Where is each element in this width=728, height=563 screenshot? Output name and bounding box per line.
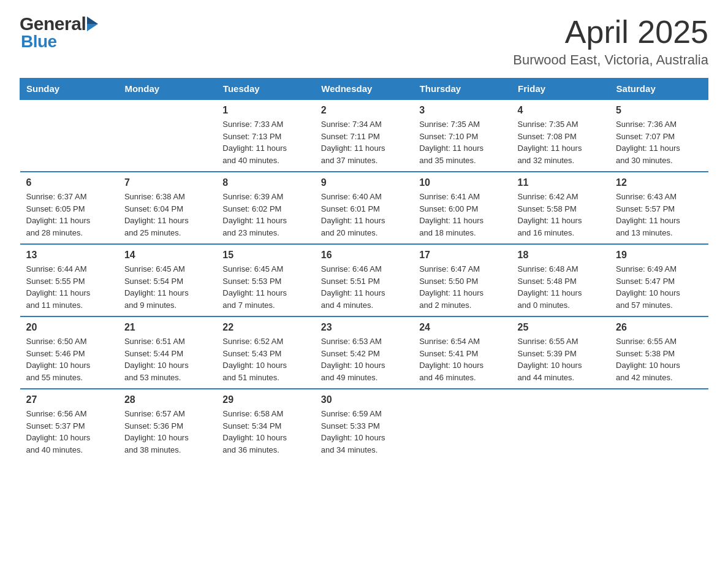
page-title: April 2025 <box>513 15 708 50</box>
table-row <box>118 99 216 172</box>
page-header: General Blue April 2025 Burwood East, Vi… <box>20 15 708 68</box>
day-number: 29 <box>222 394 308 405</box>
logo: General Blue <box>20 15 98 50</box>
day-number: 16 <box>321 250 407 261</box>
day-number: 30 <box>321 394 407 405</box>
calendar-week-row: 20Sunrise: 6:50 AMSunset: 5:46 PMDayligh… <box>20 316 708 389</box>
table-row: 20Sunrise: 6:50 AMSunset: 5:46 PMDayligh… <box>20 316 118 389</box>
table-row: 3Sunrise: 7:35 AMSunset: 7:10 PMDaylight… <box>413 99 511 172</box>
table-row: 30Sunrise: 6:59 AMSunset: 5:33 PMDayligh… <box>315 389 413 461</box>
table-row: 11Sunrise: 6:42 AMSunset: 5:58 PMDayligh… <box>512 172 610 244</box>
calendar-week-row: 13Sunrise: 6:44 AMSunset: 5:55 PMDayligh… <box>20 244 708 316</box>
table-row: 10Sunrise: 6:41 AMSunset: 6:00 PMDayligh… <box>413 172 511 244</box>
table-row: 16Sunrise: 6:46 AMSunset: 5:51 PMDayligh… <box>315 244 413 316</box>
day-info: Sunrise: 6:45 AMSunset: 5:54 PMDaylight:… <box>124 263 210 311</box>
day-info: Sunrise: 7:33 AMSunset: 7:13 PMDaylight:… <box>222 118 308 166</box>
day-number: 20 <box>26 322 112 333</box>
day-info: Sunrise: 6:57 AMSunset: 5:36 PMDaylight:… <box>124 408 210 456</box>
day-info: Sunrise: 6:51 AMSunset: 5:44 PMDaylight:… <box>124 335 210 383</box>
table-row: 18Sunrise: 6:48 AMSunset: 5:48 PMDayligh… <box>512 244 610 316</box>
day-info: Sunrise: 6:47 AMSunset: 5:50 PMDaylight:… <box>419 263 505 311</box>
table-row: 13Sunrise: 6:44 AMSunset: 5:55 PMDayligh… <box>20 244 118 316</box>
day-info: Sunrise: 6:37 AMSunset: 6:05 PMDaylight:… <box>26 191 112 239</box>
table-row: 6Sunrise: 6:37 AMSunset: 6:05 PMDaylight… <box>20 172 118 244</box>
col-sunday: Sunday <box>20 79 118 100</box>
day-info: Sunrise: 7:36 AMSunset: 7:07 PMDaylight:… <box>616 118 702 166</box>
table-row: 7Sunrise: 6:38 AMSunset: 6:04 PMDaylight… <box>118 172 216 244</box>
table-row <box>20 99 118 172</box>
day-info: Sunrise: 6:58 AMSunset: 5:34 PMDaylight:… <box>222 408 308 456</box>
calendar-week-row: 1Sunrise: 7:33 AMSunset: 7:13 PMDaylight… <box>20 99 708 172</box>
table-row: 25Sunrise: 6:55 AMSunset: 5:39 PMDayligh… <box>512 316 610 389</box>
day-number: 2 <box>321 105 407 116</box>
day-number: 8 <box>222 177 308 188</box>
day-info: Sunrise: 6:38 AMSunset: 6:04 PMDaylight:… <box>124 191 210 239</box>
table-row: 29Sunrise: 6:58 AMSunset: 5:34 PMDayligh… <box>216 389 314 461</box>
day-number: 26 <box>616 322 702 333</box>
table-row: 8Sunrise: 6:39 AMSunset: 6:02 PMDaylight… <box>216 172 314 244</box>
table-row: 14Sunrise: 6:45 AMSunset: 5:54 PMDayligh… <box>118 244 216 316</box>
day-number: 12 <box>616 177 702 188</box>
calendar-week-row: 6Sunrise: 6:37 AMSunset: 6:05 PMDaylight… <box>20 172 708 244</box>
table-row <box>413 389 511 461</box>
table-row <box>610 389 708 461</box>
day-info: Sunrise: 6:45 AMSunset: 5:53 PMDaylight:… <box>222 263 308 311</box>
day-info: Sunrise: 6:42 AMSunset: 5:58 PMDaylight:… <box>518 191 604 239</box>
day-info: Sunrise: 6:41 AMSunset: 6:00 PMDaylight:… <box>419 191 505 239</box>
title-block: April 2025 Burwood East, Victoria, Austr… <box>513 15 708 68</box>
day-info: Sunrise: 6:40 AMSunset: 6:01 PMDaylight:… <box>321 191 407 239</box>
day-number: 4 <box>518 105 604 116</box>
day-info: Sunrise: 7:35 AMSunset: 7:08 PMDaylight:… <box>518 118 604 166</box>
day-number: 9 <box>321 177 407 188</box>
day-info: Sunrise: 6:43 AMSunset: 5:57 PMDaylight:… <box>616 191 702 239</box>
logo-general-text: General <box>20 15 86 33</box>
day-number: 1 <box>222 105 308 116</box>
day-number: 28 <box>124 394 210 405</box>
day-number: 21 <box>124 322 210 333</box>
day-info: Sunrise: 7:35 AMSunset: 7:10 PMDaylight:… <box>419 118 505 166</box>
day-info: Sunrise: 6:48 AMSunset: 5:48 PMDaylight:… <box>518 263 604 311</box>
day-number: 14 <box>124 250 210 261</box>
day-number: 19 <box>616 250 702 261</box>
day-number: 15 <box>222 250 308 261</box>
table-row: 21Sunrise: 6:51 AMSunset: 5:44 PMDayligh… <box>118 316 216 389</box>
day-info: Sunrise: 6:39 AMSunset: 6:02 PMDaylight:… <box>222 191 308 239</box>
day-number: 22 <box>222 322 308 333</box>
table-row: 17Sunrise: 6:47 AMSunset: 5:50 PMDayligh… <box>413 244 511 316</box>
page-subtitle: Burwood East, Victoria, Australia <box>513 52 708 68</box>
day-number: 3 <box>419 105 505 116</box>
day-info: Sunrise: 6:55 AMSunset: 5:38 PMDaylight:… <box>616 335 702 383</box>
col-saturday: Saturday <box>610 79 708 100</box>
day-info: Sunrise: 6:49 AMSunset: 5:47 PMDaylight:… <box>616 263 702 311</box>
col-monday: Monday <box>118 79 216 100</box>
day-number: 23 <box>321 322 407 333</box>
table-row: 28Sunrise: 6:57 AMSunset: 5:36 PMDayligh… <box>118 389 216 461</box>
table-row: 26Sunrise: 6:55 AMSunset: 5:38 PMDayligh… <box>610 316 708 389</box>
calendar-table: Sunday Monday Tuesday Wednesday Thursday… <box>20 78 708 461</box>
table-row: 9Sunrise: 6:40 AMSunset: 6:01 PMDaylight… <box>315 172 413 244</box>
day-info: Sunrise: 6:53 AMSunset: 5:42 PMDaylight:… <box>321 335 407 383</box>
calendar-week-row: 27Sunrise: 6:56 AMSunset: 5:37 PMDayligh… <box>20 389 708 461</box>
day-info: Sunrise: 7:34 AMSunset: 7:11 PMDaylight:… <box>321 118 407 166</box>
table-row <box>512 389 610 461</box>
table-row: 12Sunrise: 6:43 AMSunset: 5:57 PMDayligh… <box>610 172 708 244</box>
day-number: 17 <box>419 250 505 261</box>
col-friday: Friday <box>512 79 610 100</box>
day-info: Sunrise: 6:54 AMSunset: 5:41 PMDaylight:… <box>419 335 505 383</box>
day-number: 24 <box>419 322 505 333</box>
day-number: 27 <box>26 394 112 405</box>
day-number: 25 <box>518 322 604 333</box>
table-row: 23Sunrise: 6:53 AMSunset: 5:42 PMDayligh… <box>315 316 413 389</box>
table-row: 5Sunrise: 7:36 AMSunset: 7:07 PMDaylight… <box>610 99 708 172</box>
col-tuesday: Tuesday <box>216 79 314 100</box>
day-number: 6 <box>26 177 112 188</box>
day-info: Sunrise: 6:56 AMSunset: 5:37 PMDaylight:… <box>26 408 112 456</box>
table-row: 27Sunrise: 6:56 AMSunset: 5:37 PMDayligh… <box>20 389 118 461</box>
logo-flag-icon <box>87 17 98 31</box>
table-row: 15Sunrise: 6:45 AMSunset: 5:53 PMDayligh… <box>216 244 314 316</box>
day-number: 7 <box>124 177 210 188</box>
table-row: 22Sunrise: 6:52 AMSunset: 5:43 PMDayligh… <box>216 316 314 389</box>
day-number: 5 <box>616 105 702 116</box>
calendar-header-row: Sunday Monday Tuesday Wednesday Thursday… <box>20 79 708 100</box>
col-thursday: Thursday <box>413 79 511 100</box>
